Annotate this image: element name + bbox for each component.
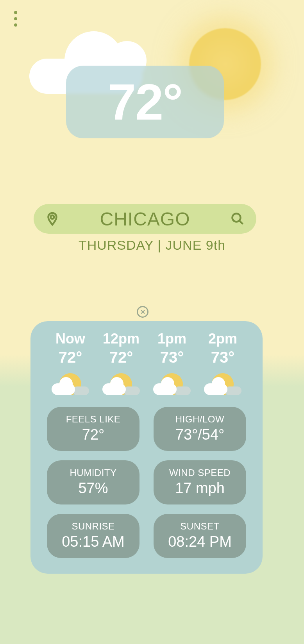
stat-value: 05:15 AM bbox=[51, 533, 136, 550]
stat-value: 57% bbox=[51, 480, 136, 497]
city-name: CHICAGO bbox=[100, 208, 190, 230]
hour-temp: 72° bbox=[98, 349, 145, 366]
location-bar[interactable]: CHICAGO bbox=[34, 204, 256, 234]
stat-value: 08:24 PM bbox=[157, 533, 242, 550]
search-icon[interactable] bbox=[230, 211, 245, 227]
hour-label: 1pm bbox=[148, 331, 195, 347]
location-pin-icon[interactable] bbox=[45, 211, 60, 227]
hour-temp: 73° bbox=[148, 349, 195, 366]
svg-point-1 bbox=[232, 214, 240, 222]
stat-label: HUMIDITY bbox=[51, 467, 136, 478]
partly-cloudy-icon bbox=[102, 373, 140, 395]
stat-label: SUNRISE bbox=[51, 521, 136, 532]
hour-temp: 73° bbox=[199, 349, 246, 366]
date-line: THURSDAY | JUNE 9th bbox=[0, 238, 304, 253]
stat-value: 72° bbox=[51, 426, 136, 443]
current-temp: 72° bbox=[108, 73, 182, 131]
hour-slot: 2pm 73° bbox=[199, 331, 246, 395]
current-temp-card: 72° bbox=[66, 66, 224, 138]
stat-value: 73°/54° bbox=[157, 426, 242, 443]
stat-humidity: HUMIDITY 57% bbox=[47, 460, 139, 504]
hourly-forecast: Now 72° 12pm 72° 1pm 73° 2pm 73° bbox=[47, 331, 246, 395]
partly-cloudy-icon bbox=[52, 373, 89, 395]
stat-high-low: HIGH/LOW 73°/54° bbox=[154, 407, 246, 451]
hour-label: 2pm bbox=[199, 331, 246, 347]
hour-slot: Now 72° bbox=[47, 331, 94, 395]
svg-line-2 bbox=[239, 221, 243, 224]
hour-slot: 12pm 72° bbox=[98, 331, 145, 395]
stat-wind-speed: WIND SPEED 17 mph bbox=[154, 460, 246, 504]
stat-sunrise: SUNRISE 05:15 AM bbox=[47, 514, 139, 558]
hour-slot: 1pm 73° bbox=[148, 331, 195, 395]
kebab-menu-icon[interactable] bbox=[11, 11, 20, 27]
close-icon[interactable]: ✕ bbox=[137, 306, 148, 318]
partly-cloudy-icon bbox=[153, 373, 191, 395]
stat-label: SUNSET bbox=[157, 521, 242, 532]
stat-value: 17 mph bbox=[157, 480, 242, 497]
forecast-card: Now 72° 12pm 72° 1pm 73° 2pm 73° bbox=[30, 321, 263, 574]
partly-cloudy-icon bbox=[204, 373, 241, 395]
stat-label: HIGH/LOW bbox=[157, 414, 242, 425]
stat-label: FEELS LIKE bbox=[51, 414, 136, 425]
stat-feels-like: FEELS LIKE 72° bbox=[47, 407, 139, 451]
stats-grid: FEELS LIKE 72° HIGH/LOW 73°/54° HUMIDITY… bbox=[47, 407, 246, 558]
hour-temp: 72° bbox=[47, 349, 94, 366]
svg-point-0 bbox=[51, 215, 54, 219]
stat-label: WIND SPEED bbox=[157, 467, 242, 478]
hour-label: 12pm bbox=[98, 331, 145, 347]
hour-label: Now bbox=[47, 331, 94, 347]
stat-sunset: SUNSET 08:24 PM bbox=[154, 514, 246, 558]
